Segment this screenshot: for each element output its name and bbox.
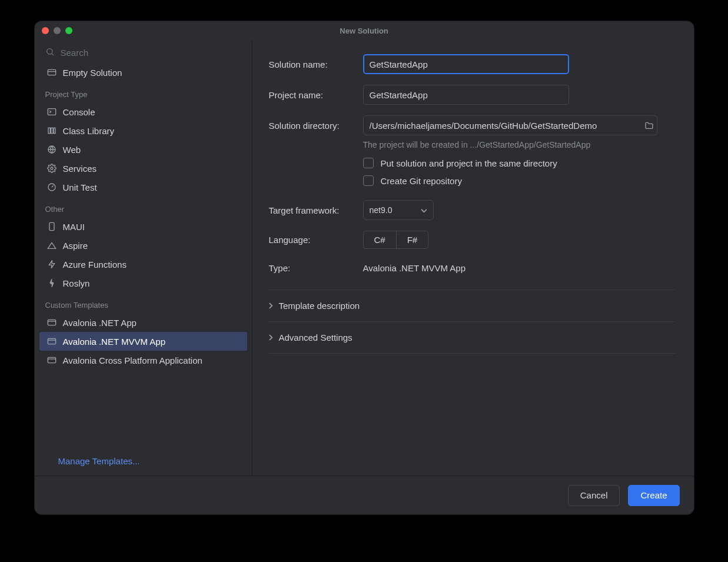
same-directory-label: Put solution and project in the same dir… <box>381 158 557 168</box>
template-description-expander[interactable]: Template description <box>269 290 675 321</box>
solution-name-label: Solution name: <box>269 59 354 69</box>
svg-marker-15 <box>49 260 54 268</box>
sidebar-item-avalonia-cross-platform[interactable]: Avalonia Cross Platform Application <box>35 351 252 370</box>
window-icon <box>46 356 57 364</box>
cancel-button[interactable]: Cancel <box>568 485 620 506</box>
same-directory-checkbox[interactable] <box>363 158 374 168</box>
sidebar-item-class-library[interactable]: Class Library <box>35 121 252 140</box>
sidebar-item-avalonia-net-app[interactable]: Avalonia .NET App <box>35 313 252 332</box>
window-icon <box>46 337 57 345</box>
sidebar-item-label: Services <box>63 164 97 174</box>
project-name-label: Project name: <box>269 90 354 100</box>
search-input[interactable] <box>61 48 241 58</box>
sidebar-item-empty-solution[interactable]: Empty Solution <box>35 63 252 82</box>
chevron-down-icon <box>421 205 427 215</box>
sidebar-item-label: Web <box>63 145 81 155</box>
footer: Cancel Create <box>35 475 694 514</box>
advanced-settings-label: Advanced Settings <box>279 332 353 342</box>
svg-rect-4 <box>48 109 55 115</box>
card-icon <box>46 68 57 77</box>
triangle-icon <box>46 241 57 250</box>
library-icon <box>46 127 57 135</box>
window-icon <box>46 318 57 327</box>
sidebar-item-console[interactable]: Console <box>35 102 252 121</box>
project-name-input[interactable] <box>363 85 569 105</box>
spark-icon <box>46 278 57 288</box>
bolt-icon <box>46 260 57 269</box>
sidebar-item-aspire[interactable]: Aspire <box>35 236 252 255</box>
sidebar-item-unit-test[interactable]: Unit Test <box>35 178 252 197</box>
sidebar-item-label: Empty Solution <box>63 68 122 78</box>
sidebar-item-label: Console <box>63 107 95 117</box>
sidebar: Empty Solution Project Type Console Clas… <box>35 40 252 475</box>
svg-rect-13 <box>49 222 54 230</box>
browse-folder-button[interactable] <box>644 121 654 129</box>
group-label: Custom Templates <box>35 292 252 313</box>
sidebar-item-roslyn[interactable]: Roslyn <box>35 274 252 292</box>
minimize-window-button[interactable] <box>54 27 61 34</box>
target-framework-select[interactable]: net9.0 <box>363 200 434 220</box>
sidebar-item-label: Avalonia .NET App <box>63 318 137 328</box>
search-row <box>35 42 252 63</box>
sidebar-item-avalonia-mvvm-app[interactable]: Avalonia .NET MVVM App <box>39 332 247 351</box>
svg-rect-5 <box>48 128 50 133</box>
language-segmented: C# F# <box>363 231 429 249</box>
sidebar-item-label: Azure Functions <box>63 260 127 270</box>
svg-rect-20 <box>48 357 55 363</box>
git-repo-checkbox[interactable] <box>363 175 374 186</box>
svg-point-10 <box>51 167 53 169</box>
sidebar-item-web[interactable]: Web <box>35 140 252 159</box>
sidebar-item-maui[interactable]: MAUI <box>35 217 252 236</box>
sidebar-item-label: Class Library <box>63 126 115 136</box>
svg-line-12 <box>52 185 54 187</box>
chevron-right-icon <box>269 301 273 311</box>
git-repo-label: Create Git repository <box>381 176 462 186</box>
terminal-icon <box>46 108 57 116</box>
svg-point-0 <box>46 49 52 54</box>
target-framework-label: Target framework: <box>269 205 354 215</box>
zoom-window-button[interactable] <box>65 27 72 34</box>
sidebar-item-azure-functions[interactable]: Azure Functions <box>35 255 252 274</box>
language-option-fsharp[interactable]: F# <box>396 231 428 248</box>
directory-hint: The project will be created in .../GetSt… <box>363 140 675 149</box>
language-option-csharp[interactable]: C# <box>364 231 396 248</box>
form-panel: Solution name: Project name: Solution di… <box>252 40 694 475</box>
sidebar-item-services[interactable]: Services <box>35 159 252 178</box>
new-solution-window: New Solution Empty Solution Project Type <box>35 21 694 514</box>
svg-rect-18 <box>48 338 55 344</box>
language-label: Language: <box>269 235 354 245</box>
svg-rect-6 <box>51 128 52 133</box>
window-controls <box>42 27 72 34</box>
create-button[interactable]: Create <box>628 485 679 506</box>
sidebar-item-label: Avalonia .NET MVVM App <box>63 337 166 347</box>
svg-rect-7 <box>54 128 55 133</box>
search-icon <box>45 47 55 58</box>
group-label: Other <box>35 197 252 217</box>
template-list: Empty Solution Project Type Console Clas… <box>35 63 252 449</box>
solution-directory-label: Solution directory: <box>269 121 354 131</box>
svg-marker-14 <box>48 242 55 248</box>
group-label: Project Type <box>35 82 252 102</box>
svg-line-1 <box>52 54 54 55</box>
solution-directory-input[interactable] <box>363 115 657 135</box>
solution-name-input[interactable] <box>363 54 569 74</box>
chevron-right-icon <box>269 332 273 342</box>
template-description-label: Template description <box>279 301 360 311</box>
window-title: New Solution <box>35 26 694 35</box>
target-framework-value: net9.0 <box>370 205 393 215</box>
svg-rect-2 <box>48 69 55 75</box>
type-value: Avalonia .NET MVVM App <box>363 263 466 273</box>
close-window-button[interactable] <box>42 27 49 34</box>
advanced-settings-expander[interactable]: Advanced Settings <box>269 321 675 354</box>
sidebar-item-label: Aspire <box>63 241 88 251</box>
type-label: Type: <box>269 263 354 273</box>
device-icon <box>46 222 57 231</box>
globe-icon <box>46 145 57 154</box>
sidebar-item-label: Roslyn <box>63 278 90 288</box>
titlebar: New Solution <box>35 21 694 40</box>
sidebar-item-label: MAUI <box>63 222 85 232</box>
sidebar-item-label: Unit Test <box>63 182 97 192</box>
manage-templates-link[interactable]: Manage Templates... <box>35 449 252 475</box>
gauge-icon <box>46 182 57 192</box>
svg-rect-16 <box>48 320 55 325</box>
